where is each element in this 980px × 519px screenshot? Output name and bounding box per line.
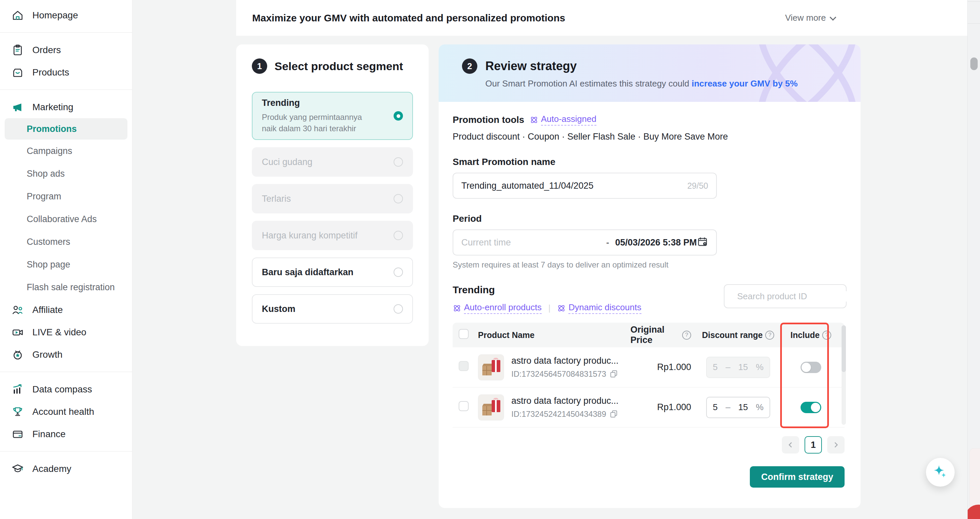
radio-trending[interactable] (394, 111, 403, 121)
confirm-strategy-button[interactable]: Confirm strategy (750, 466, 845, 488)
chevron-down-icon (830, 14, 836, 21)
col-include: Include (791, 330, 820, 340)
table-scrollbar (842, 325, 846, 425)
atom-icon (453, 304, 461, 313)
period-helper-text: System requires at least 7 days to deliv… (453, 260, 846, 270)
sidebar-item-live-video[interactable]: LIVE & video (0, 321, 132, 343)
chevron-right-icon (832, 442, 839, 448)
main-content: Maximize your GMV with automated and per… (132, 0, 967, 519)
table-row: astro data factory produc... ID:17324524… (453, 387, 845, 428)
sidebar-item-academy[interactable]: Academy (0, 458, 132, 480)
sidebar-item-shop-ads[interactable]: Shop ads (0, 162, 132, 185)
step2-number-badge: 2 (462, 58, 477, 74)
view-more-button[interactable]: View more (785, 13, 835, 23)
table-scrollbar-thumb[interactable] (842, 325, 846, 372)
megaphone-icon (11, 101, 24, 114)
step2-subtitle: Our Smart Promotion AI estimates this st… (485, 78, 797, 89)
select-segment-panel: 1 Select product segment Trending Produk… (236, 45, 429, 346)
step2-title: Review strategy (485, 59, 797, 73)
atom-icon (557, 304, 566, 313)
copy-icon[interactable] (609, 410, 618, 418)
review-strategy-body: Promotion tools Auto-assigned Product di… (439, 102, 861, 508)
products-table: Product Name Original Price? Discount ra… (453, 323, 845, 428)
promotion-name-label: Smart Promotion name (453, 156, 846, 167)
window-scrollbar-thumb[interactable] (970, 57, 978, 70)
sidebar: Homepage Orders Products Marketing Promo… (0, 0, 132, 519)
ai-assistant-fab[interactable] (926, 458, 955, 487)
growth-icon (11, 348, 24, 361)
page-title: Maximize your GMV with automated and per… (252, 12, 565, 24)
prev-page-button[interactable] (782, 436, 799, 454)
sidebar-item-program[interactable]: Program (0, 185, 132, 208)
include-toggle-off[interactable] (800, 362, 821, 373)
step1-number-badge: 1 (252, 58, 267, 74)
page-1-button[interactable]: 1 (805, 436, 822, 454)
col-discount-range: Discount range (702, 330, 763, 340)
sidebar-item-shop-page[interactable]: Shop page (0, 253, 132, 276)
row-checkbox[interactable] (459, 401, 469, 411)
help-icon[interactable]: ? (682, 331, 691, 340)
promotion-name-field: 29/50 (453, 172, 717, 199)
period-end-value: 05/03/2026 5:38 PM (615, 238, 697, 248)
affiliate-icon (11, 303, 24, 316)
sidebar-item-finance[interactable]: Finance (0, 423, 132, 445)
help-icon[interactable]: ? (822, 331, 831, 340)
sidebar-item-flash-sale-registration[interactable]: Flash sale registration (0, 276, 132, 299)
segment-links: Auto-enroll products | Dynamic discounts (453, 302, 641, 314)
radio-baru-saja-didaftarkan[interactable] (394, 268, 403, 277)
gmv-estimate-link[interactable]: increase your GMV by 5% (692, 78, 797, 88)
table-row: astro data factory produc... ID:17324564… (453, 347, 845, 387)
auto-enroll-link[interactable]: Auto-enroll products (453, 302, 542, 314)
sidebar-item-affiliate[interactable]: Affiliate (0, 299, 132, 321)
content-row: 1 Select product segment Trending Produk… (236, 45, 967, 508)
radio-cuci-gudang (394, 157, 403, 167)
edge-widget (969, 448, 980, 519)
sidebar-item-marketing[interactable]: Marketing (0, 96, 132, 118)
dynamic-discounts-link[interactable]: Dynamic discounts (557, 302, 641, 314)
radio-kustom[interactable] (394, 304, 403, 314)
promotion-tools-list: Product discount · Coupon · Seller Flash… (453, 132, 846, 142)
segment-option-baru-saja-didaftarkan[interactable]: Baru saja didaftarkan (252, 257, 413, 287)
next-page-button[interactable] (827, 436, 845, 454)
col-original-price: Original Price (630, 325, 679, 345)
segment-option-trending[interactable]: Trending Produk yang permintaannya naik … (252, 92, 413, 140)
divider (0, 32, 132, 33)
segment-option-kustom[interactable]: Kustom (252, 294, 413, 324)
select-all-checkbox[interactable] (459, 329, 469, 339)
row-checkbox[interactable] (459, 361, 469, 371)
sidebar-item-campaigns[interactable]: Campaigns (0, 140, 132, 162)
card-icon (11, 428, 24, 441)
confirm-row: Confirm strategy (453, 466, 845, 488)
segment-option-cuci-gudang: Cuci gudang (252, 147, 413, 177)
sidebar-item-orders[interactable]: Orders (0, 39, 132, 61)
promotion-name-input[interactable] (461, 181, 687, 191)
sidebar-item-growth[interactable]: Growth (0, 343, 132, 366)
step1-title: Select product segment (275, 60, 403, 73)
academy-icon (11, 462, 24, 476)
calendar-icon[interactable] (697, 236, 708, 249)
segment-section-header: Trending Auto-enroll products | Dynamic … (453, 284, 846, 314)
period-field[interactable]: Current time - 05/03/2026 5:38 PM (453, 230, 717, 256)
link-divider: | (548, 303, 551, 313)
include-toggle-on[interactable] (800, 402, 821, 413)
sidebar-item-homepage[interactable]: Homepage (0, 4, 132, 26)
segment-title: Trending (453, 284, 641, 295)
page-header: Maximize your GMV with automated and per… (236, 0, 967, 36)
help-icon[interactable]: ? (765, 331, 774, 340)
sidebar-item-collaborative-ads[interactable]: Collaborative Ads (0, 208, 132, 230)
trophy-icon (11, 405, 24, 418)
char-counter: 29/50 (687, 181, 708, 191)
chevron-left-icon (787, 442, 794, 448)
sidebar-item-account-health[interactable]: Account health (0, 401, 132, 423)
orders-icon (11, 43, 24, 57)
discount-range-input[interactable]: 5 – 15 % (706, 397, 770, 418)
sidebar-item-data-compass[interactable]: Data compass (0, 378, 132, 401)
divider (0, 451, 132, 452)
copy-icon[interactable] (609, 370, 618, 378)
search-input[interactable] (737, 291, 849, 302)
sidebar-item-promotions[interactable]: Promotions (5, 118, 127, 140)
auto-assigned-link[interactable]: Auto-assigned (530, 114, 597, 126)
radio-terlaris (394, 194, 403, 203)
sidebar-item-products[interactable]: Products (0, 61, 132, 83)
sidebar-item-customers[interactable]: Customers (0, 230, 132, 253)
